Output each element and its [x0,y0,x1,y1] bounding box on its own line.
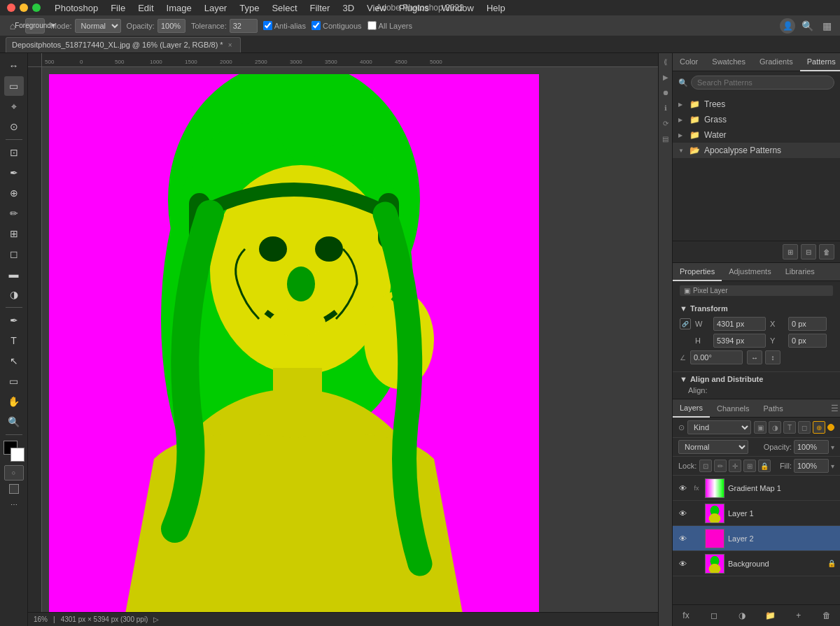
right-icon-actions[interactable]: ▤ [660,133,671,144]
fill-value[interactable] [794,459,829,473]
right-icon-info[interactable]: ℹ [660,102,671,113]
tab-patterns[interactable]: Patterns [800,53,840,71]
fill-chevron[interactable]: ▾ [831,462,834,470]
layer-row-gradient-map[interactable]: 👁 fx Gradient Map 1 [673,476,840,501]
menu-edit[interactable]: Edit [132,1,159,15]
height-input[interactable] [713,334,766,348]
lock-transparent-btn[interactable]: ⊡ [699,460,712,472]
flip-h-btn[interactable]: ↔ [747,350,762,364]
fx-icon-layer2[interactable] [692,534,701,543]
new-layer-btn[interactable]: + [791,608,806,623]
y-input[interactable] [788,334,827,348]
menu-plugins[interactable]: Plugins [393,1,435,15]
opacity-value[interactable] [794,440,829,454]
eyedropper-tool[interactable]: ✒ [4,163,24,183]
menu-photoshop[interactable]: Photoshop [49,1,104,15]
minimize-button[interactable] [20,3,28,12]
tab-color[interactable]: Color [673,53,705,71]
filter-dot[interactable] [827,424,834,431]
right-icon-play[interactable]: ▶ [660,71,671,83]
screen-mode-btn[interactable] [9,484,19,494]
spot-heal-tool[interactable]: ⊕ [4,183,24,203]
menu-image[interactable]: Image [161,1,197,15]
layers-panel-menu[interactable]: ☰ [829,403,840,414]
dimensions-arrow[interactable]: ▷ [153,616,159,623]
add-style-btn[interactable]: fx [678,608,694,623]
gradient-tool[interactable]: ▬ [4,264,24,284]
quick-select-tool[interactable]: ⊙ [4,117,24,136]
background-swatch[interactable] [10,448,24,462]
fx-icon-layer1[interactable] [692,508,701,518]
fx-icon-background[interactable] [692,559,701,569]
zoom-tool[interactable]: 🔍 [4,412,24,432]
visibility-icon-background[interactable]: 👁 [677,558,688,569]
mode-select[interactable]: Normal [75,19,121,33]
visibility-icon-layer1[interactable]: 👁 [677,508,688,519]
right-icon-history[interactable]: ⟳ [660,118,671,129]
width-input[interactable] [713,317,766,331]
grid-large-icon[interactable]: ⊟ [801,244,816,259]
contiguous-checkbox[interactable] [312,21,321,30]
maximize-button[interactable] [32,3,41,12]
transform-header[interactable]: ▼ Transform [680,304,833,313]
filter-text-icon[interactable]: T [783,421,796,434]
search-icon[interactable]: 🔍 [799,18,815,34]
visibility-icon-gradient[interactable]: 👁 [677,483,688,494]
shape-tool[interactable]: ▭ [4,371,24,391]
filter-adjust-icon[interactable]: ◑ [769,421,781,434]
lock-pixels-btn[interactable]: ✏ [714,460,727,472]
eraser-tool[interactable]: ◻ [4,244,24,264]
move-tool[interactable]: ↔ [4,56,24,76]
menu-layer[interactable]: Layer [199,1,233,15]
pattern-item-water[interactable]: ▶ 📁 Water [673,127,840,143]
menu-select[interactable]: Select [266,1,302,15]
layer-row-background[interactable]: 👁 Background 🔒 [673,551,840,576]
path-select-tool[interactable]: ↖ [4,351,24,371]
document-tab[interactable]: Depositphotos_518717440_XL.jpg @ 16% (La… [6,37,241,52]
layer-row-layer1[interactable]: 👁 Layer 1 [673,501,840,526]
lasso-tool[interactable]: ⌖ [4,97,24,116]
align-header[interactable]: ▼ Align and Distribute [680,375,833,383]
dodge-tool[interactable]: ◑ [4,285,24,304]
tab-paths[interactable]: Paths [757,399,790,418]
link-icon[interactable]: 🔗 [680,318,691,329]
x-input[interactable] [788,317,827,331]
crop-tool[interactable]: ⊡ [4,143,24,162]
canvas-container[interactable] [42,67,672,612]
quick-mask-btn[interactable]: ○ [4,465,24,481]
tab-properties[interactable]: Properties [673,263,722,281]
layer-row-layer2[interactable]: 👁 Layer 2 [673,526,840,551]
panels-icon[interactable]: ▦ [819,18,834,34]
extras-tool[interactable]: ⋯ [4,495,24,514]
close-button[interactable] [7,3,15,12]
all-layers-checkbox[interactable] [368,21,377,30]
delete-layer-btn[interactable]: 🗑 [819,608,834,623]
brush-tool[interactable]: ✏ [4,204,24,223]
menu-file[interactable]: File [105,1,131,15]
tab-gradients[interactable]: Gradients [752,53,800,71]
pen-tool[interactable]: ✒ [4,311,24,330]
visibility-icon-layer2[interactable]: 👁 [677,533,688,544]
group-btn[interactable]: 📁 [763,608,778,623]
grid-small-icon[interactable]: ⊞ [783,244,798,259]
tolerance-input[interactable] [230,19,258,33]
menu-type[interactable]: Type [234,1,265,15]
canvas-document[interactable] [49,74,539,612]
anti-alias-checkbox[interactable] [263,21,272,30]
opacity-input[interactable] [158,19,186,33]
add-mask-btn[interactable]: ◻ [706,608,722,623]
menu-view[interactable]: View [361,1,392,15]
rotation-input[interactable] [690,350,743,364]
pattern-item-apocalypse[interactable]: ▼ 📂 Apocalypse Patterns [673,143,840,158]
lock-position-btn[interactable]: ✛ [729,460,741,472]
right-icon-expand[interactable]: ⟪ [660,56,671,67]
right-icon-record[interactable]: ⏺ [660,87,671,98]
filter-smart-icon[interactable]: ⊕ [813,421,825,434]
adjustment-btn[interactable]: ◑ [734,608,750,623]
opacity-chevron[interactable]: ▾ [831,443,834,451]
tab-channels[interactable]: Channels [710,399,756,418]
menu-filter[interactable]: Filter [304,1,336,15]
lock-artboard-btn[interactable]: ⊞ [743,460,756,472]
pattern-item-trees[interactable]: ▶ 📁 Trees [673,97,840,112]
menu-3d[interactable]: 3D [337,1,360,15]
